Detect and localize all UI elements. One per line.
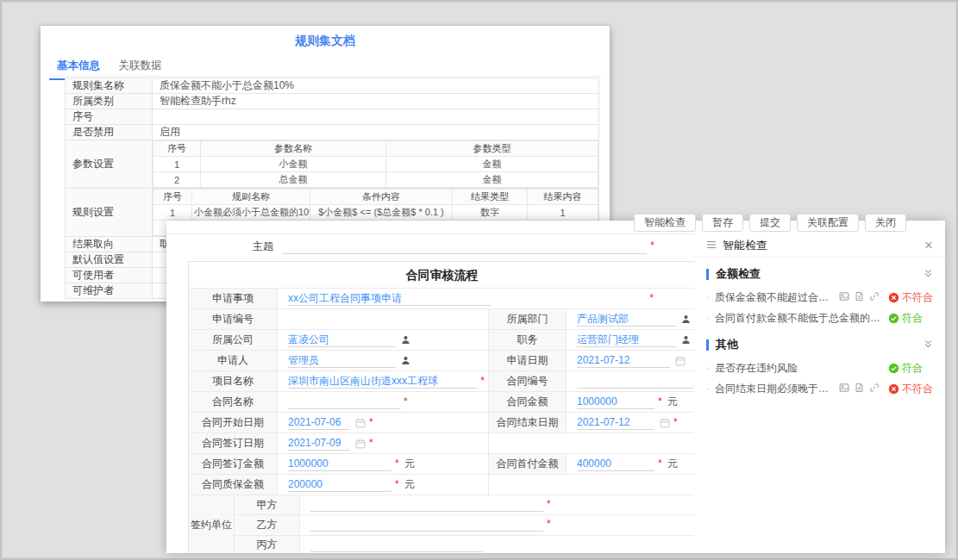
field-label: 乙方 (235, 515, 299, 534)
ruleset-seq-value (153, 109, 599, 125)
position-input[interactable]: 运营部门经理 (577, 333, 676, 347)
contract-name-input[interactable] (288, 395, 400, 409)
col-header: 序号 (153, 141, 201, 157)
locate-image-icon[interactable] (839, 291, 849, 304)
party-a-input[interactable] (310, 498, 543, 512)
field-label: 合同编号 (488, 371, 566, 391)
contract-form: 合同审核流程 申请事项 xx公司工程合同事项申请 * 申请编号 所属部门 产品测… (188, 261, 696, 553)
document-icon[interactable] (855, 291, 864, 304)
tab-basic-info[interactable]: 基本信息 (49, 54, 108, 80)
ruleset-tabs: 基本信息 关联数据 (49, 54, 601, 77)
section-header-amount-check[interactable]: 金额检查 (706, 261, 933, 287)
ruleset-doc-title: 规则集文档 (41, 34, 610, 49)
form-row-party-b: 乙方 * (235, 514, 695, 534)
form-title: 合同审核流程 (189, 262, 695, 288)
field-label: 合同开始日期 (189, 413, 277, 432)
check-item-text: 质保金金额不能超过合同总金额的10% (715, 290, 839, 305)
submit-button[interactable]: 提交 (749, 214, 791, 232)
contract-window: 主题 * 合同审核流程 申请事项 xx公司工程合同事项申请 * 申请编号 所属部… (166, 221, 945, 553)
form-row-project-contractno: 项目名称 深圳市南山区南山街道xxx工程球 * 合同编号 (189, 370, 695, 391)
person-select-icon[interactable] (401, 356, 410, 365)
calendar-icon[interactable] (660, 418, 670, 428)
relation-config-button[interactable]: 关联配置 (797, 214, 859, 232)
col-header: 序号 (153, 190, 192, 205)
project-name-input[interactable]: 深圳市南山区南山街道xxx工程球 (288, 375, 477, 389)
required-asterisk: * (395, 478, 399, 490)
calendar-icon[interactable] (355, 418, 366, 428)
required-asterisk: * (658, 457, 662, 470)
check-item-text: 合同首付款金额不能低于总金额的30% (715, 311, 888, 326)
col-header: 参数名称 (201, 141, 386, 157)
warranty-amount-input[interactable]: 200000 (288, 478, 391, 492)
field-label: 默认值设置 (66, 252, 153, 268)
company-input[interactable]: 蓝凌公司 (288, 333, 396, 347)
apply-date-input[interactable]: 2021-07-12 (577, 354, 670, 368)
subject-input[interactable] (282, 240, 647, 254)
sign-amount-input[interactable]: 1000000 (288, 457, 391, 471)
sign-date-input[interactable]: 2021-07-09 (288, 437, 350, 451)
ruleset-name-value: 质保金额不能小于总金额10% (153, 78, 599, 94)
document-icon[interactable] (855, 383, 864, 395)
applicant-input[interactable]: 管理员 (288, 354, 396, 368)
status-badge-pass: 符合 (888, 311, 933, 326)
form-row-start-end-date: 合同开始日期 2021-07-06 * 合同结束日期 2021-07-12 * (189, 412, 695, 432)
calendar-icon[interactable] (355, 439, 366, 449)
param-row: 2 总金额 金额 (153, 172, 598, 188)
link-icon[interactable] (869, 291, 880, 304)
unit-yuan: 元 (404, 477, 415, 492)
party-b-input[interactable] (310, 518, 543, 532)
apply-no-cell[interactable] (277, 309, 488, 329)
rule-table-header: 序号 规则名称 条件内容 结果类型 结果内容 (153, 190, 598, 205)
item-bullet: · (706, 383, 710, 395)
section-title: 其他 (716, 337, 924, 352)
field-label: 序号 (66, 109, 153, 125)
calendar-icon[interactable] (675, 356, 686, 366)
field-label: 申请人 (189, 351, 277, 370)
person-select-icon[interactable] (681, 335, 691, 345)
apply-item-input[interactable]: xx公司工程合同事项申请 (288, 292, 491, 306)
chevron-double-down-icon[interactable] (924, 337, 933, 352)
form-row-sign-firstpay-amount: 合同签订金额 1000000 * 元 合同首付金额 400000 * 元 (189, 453, 695, 474)
check-item-text: 合同结束日期必须晚于生效日期7天... (715, 382, 839, 396)
empty-cell (488, 475, 695, 495)
table-row: 规则集名称 质保金额不能小于总金额10% (66, 78, 599, 94)
param-row: 1 小金额 金额 (153, 157, 598, 172)
close-button[interactable]: 关闭 (865, 214, 906, 232)
contract-no-input[interactable] (577, 375, 695, 389)
locate-image-icon[interactable] (839, 383, 849, 395)
item-bullet: · (706, 312, 710, 324)
contract-amount-input[interactable]: 1000000 (577, 395, 654, 409)
field-label: 合同名称 (189, 392, 277, 412)
required-asterisk: * (650, 240, 654, 252)
save-draft-button[interactable]: 暂存 (702, 214, 743, 232)
chevron-double-down-icon[interactable] (924, 266, 933, 282)
person-select-icon[interactable] (681, 314, 691, 324)
field-label: 所属公司 (189, 330, 277, 350)
table-row: 序号 (66, 109, 599, 125)
form-group-sign-unit: 签约单位 甲方 * 乙方 * (189, 495, 695, 553)
tab-related-data[interactable]: 关联数据 (110, 54, 169, 78)
check-item: · 质保金金额不能超过合同总金额的10% 不符合 (706, 287, 933, 308)
field-label: 参数设置 (66, 140, 153, 189)
party-c-input[interactable] (310, 538, 483, 552)
dept-input[interactable]: 产品测试部 (577, 313, 676, 327)
section-accent-bar (706, 269, 709, 280)
form-row-sign-date: 合同签订日期 2021-07-09 * (189, 432, 695, 453)
person-select-icon[interactable] (401, 335, 410, 345)
field-label: 所属类别 (66, 94, 153, 109)
field-label: 规则集名称 (66, 78, 153, 94)
field-label: 可维护者 (66, 283, 153, 299)
required-asterisk: * (547, 518, 551, 530)
ruleset-disabled-value: 启用 (153, 125, 599, 140)
end-date-input[interactable]: 2021-07-12 (577, 416, 654, 430)
start-date-input[interactable]: 2021-07-06 (288, 416, 350, 430)
link-icon[interactable] (869, 383, 880, 395)
smart-check-header: 智能检查 × (694, 233, 945, 258)
field-label: 合同质保金额 (189, 475, 277, 495)
field-label: 甲方 (235, 495, 299, 514)
smart-check-button[interactable]: 智能检查 (634, 214, 696, 232)
required-asterisk: * (369, 437, 373, 449)
close-icon[interactable]: × (924, 238, 933, 252)
first-pay-amount-input[interactable]: 400000 (577, 457, 654, 471)
section-header-other[interactable]: 其他 (706, 332, 933, 358)
